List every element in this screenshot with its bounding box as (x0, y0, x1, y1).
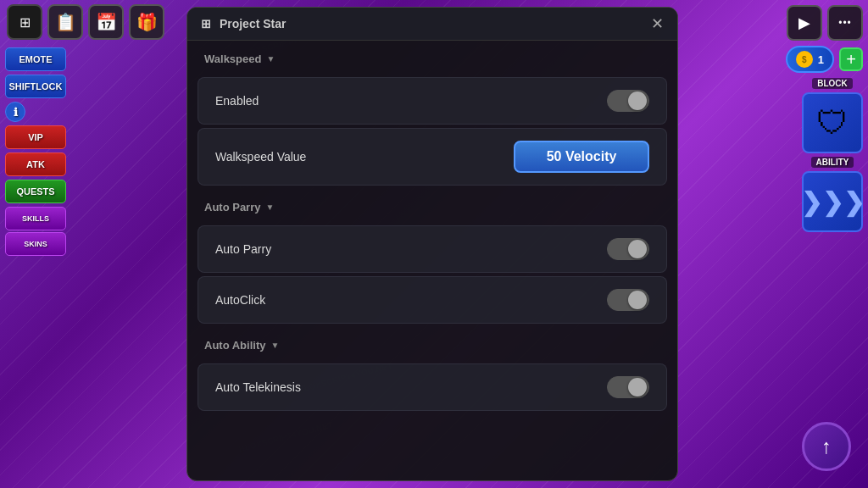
arrow-right-icon: ▶ (798, 14, 810, 32)
auto-telekinesis-toggle-knob (628, 378, 647, 396)
arrow-right-btn[interactable]: ▶ (787, 5, 822, 41)
coins-display: $ 1 (786, 46, 834, 73)
shiftlock-button[interactable]: SHIFTLOCK (5, 75, 66, 98)
autoclick-toggle-knob (628, 291, 647, 309)
ability-label: ABILITY (811, 157, 854, 168)
walkspeed-value-label: Walkspeed Value (215, 150, 306, 164)
add-coins-button[interactable]: + (839, 47, 863, 71)
skins-button[interactable]: SKINS (5, 232, 66, 256)
auto-ability-section-header: Auto Ability ▼ (187, 327, 677, 360)
panel-content: Walkspeed ▼ Enabled Walkspeed Value 50 V… (187, 41, 677, 414)
auto-parry-row: Auto Parry (198, 225, 667, 273)
walkspeed-chevron-icon: ▼ (266, 54, 275, 64)
enabled-label: Enabled (215, 94, 259, 108)
calendar-icon-btn[interactable]: 📅 (88, 4, 124, 40)
velocity-input[interactable]: 50 Velocity (514, 141, 649, 173)
roblox-icon-btn[interactable]: ⊞ (7, 4, 42, 40)
auto-parry-chevron-icon: ▼ (265, 202, 274, 212)
notes-icon-btn[interactable]: 📋 (47, 4, 83, 40)
top-bar-icons: ⊞ 📋 📅 🎁 (7, 4, 164, 40)
info-button[interactable]: ℹ (5, 102, 25, 122)
panel-title: ⊞ Project Star (201, 17, 286, 30)
auto-ability-label: Auto Ability (204, 339, 265, 352)
shield-icon: 🛡 (816, 105, 849, 141)
enabled-toggle[interactable] (607, 90, 649, 112)
right-top-row: ▶ ••• (787, 5, 863, 41)
quests-button[interactable]: QUESTS (5, 180, 66, 203)
auto-parry-toggle[interactable] (607, 238, 649, 260)
abilities-panel: BLOCK 🛡 ABILITY ❯❯❯ (802, 78, 863, 232)
panel-close-button[interactable]: ✕ (651, 16, 664, 31)
auto-telekinesis-toggle[interactable] (607, 376, 649, 398)
ability-button[interactable]: ❯❯❯ (802, 171, 863, 232)
auto-telekinesis-label: Auto Telekinesis (215, 380, 301, 394)
coins-row: $ 1 + (786, 46, 863, 73)
more-btn[interactable]: ••• (827, 5, 863, 41)
autoclick-toggle[interactable] (607, 289, 649, 311)
autoclick-label: AutoClick (215, 293, 265, 307)
gift-icon-btn[interactable]: 🎁 (129, 4, 164, 40)
autoclick-row: AutoClick (198, 276, 667, 324)
auto-parry-toggle-knob (628, 240, 647, 258)
enabled-toggle-knob (628, 92, 647, 110)
coin-icon: $ (796, 51, 813, 68)
notes-icon: 📋 (55, 12, 76, 32)
gift-icon: 🎁 (136, 12, 158, 32)
vip-button[interactable]: VIP (5, 125, 66, 149)
enabled-row: Enabled (198, 77, 667, 125)
up-arrow-icon: ↑ (821, 435, 832, 458)
left-sidebar: EMOTE SHIFTLOCK ℹ VIP ATK QUESTS SKILLS … (0, 44, 76, 259)
emote-button[interactable]: EMOTE (5, 47, 66, 71)
walkspeed-section-header: Walkspeed ▼ (187, 41, 677, 74)
main-panel: ⊞ Project Star ✕ Walkspeed ▼ Enabled Wal… (186, 7, 678, 481)
auto-parry-label: Auto Parry (204, 201, 260, 214)
auto-telekinesis-row: Auto Telekinesis (198, 363, 667, 411)
more-icon: ••• (838, 17, 852, 29)
auto-ability-chevron-icon: ▼ (270, 341, 279, 350)
skills-button[interactable]: SKILLS (5, 207, 66, 230)
atk-button[interactable]: ATK (5, 152, 66, 176)
auto-parry-toggle-label: Auto Parry (215, 242, 271, 256)
auto-parry-section-header: Auto Parry ▼ (187, 189, 677, 222)
coins-amount: 1 (818, 53, 824, 66)
walkspeed-label: Walkspeed (204, 53, 261, 65)
jump-button[interactable]: ↑ (802, 422, 851, 471)
block-ability-button[interactable]: 🛡 (802, 92, 863, 153)
dash-icon: ❯❯❯ (801, 187, 865, 217)
calendar-icon: 📅 (96, 12, 117, 32)
roblox-icon: ⊞ (19, 14, 31, 30)
block-label: BLOCK (812, 78, 853, 89)
right-panel: ▶ ••• $ 1 + BLOCK 🛡 ABILITY ❯❯❯ (786, 5, 863, 232)
panel-header: ⊞ Project Star ✕ (187, 8, 677, 41)
walkspeed-value-row: Walkspeed Value 50 Velocity (198, 128, 667, 186)
